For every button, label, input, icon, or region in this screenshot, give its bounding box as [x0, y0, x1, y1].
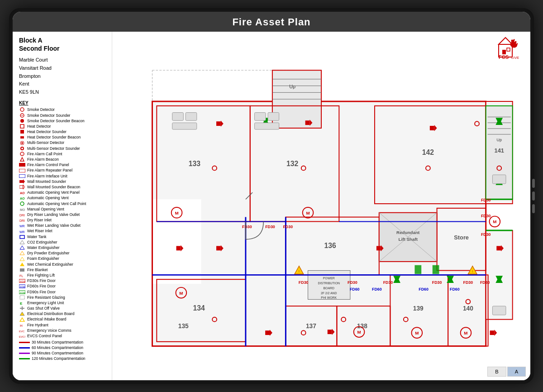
key-heat: Heat Detector [19, 124, 107, 129]
svg-text:FD30: FD30 [481, 198, 491, 202]
tab-b[interactable]: B [487, 367, 506, 377]
svg-rect-199 [433, 265, 439, 274]
svg-text:134: 134 [193, 304, 205, 312]
svg-marker-20 [23, 185, 25, 189]
dry-inlet-icon: DRI [19, 218, 25, 222]
tab-a[interactable]: A [507, 367, 526, 377]
svg-text:DISTRIBUTION: DISTRIBUTION [318, 282, 340, 285]
svg-text:!: ! [472, 269, 473, 273]
wall-beacon-icon [19, 185, 25, 189]
tab-area: B A [487, 367, 526, 377]
svg-rect-194 [268, 113, 279, 121]
key-title: KEY [19, 100, 107, 105]
key-smoke-sounder: Smoke Detector Sounder [19, 113, 107, 118]
svg-text:FD60: FD60 [20, 286, 25, 288]
evcs-icon: EVCS [19, 334, 25, 338]
svg-text:FD30: FD30 [432, 280, 442, 285]
svg-rect-14 [19, 163, 25, 167]
page-title: Fire Asset Plan [232, 16, 310, 28]
svg-text:FD60: FD60 [419, 287, 429, 292]
svg-text:Store: Store [454, 234, 469, 241]
address: Marble Court Vansitart Road Brompton Ken… [19, 56, 107, 96]
fight-lift-icon: FL [19, 273, 25, 277]
fd30-icon: FD30 [19, 278, 25, 283]
aov-panel-icon: AOV [19, 190, 25, 195]
key-evcs: EVCS EVCS Control Panel [19, 334, 107, 338]
comp-30-line [19, 342, 30, 343]
svg-text:E: E [20, 301, 23, 305]
svg-rect-162 [265, 330, 270, 335]
svg-text:M: M [306, 210, 310, 215]
key-fight-lift: FL Fire Fighting Lift [19, 273, 107, 277]
wet-inlet-icon: WRI [19, 229, 25, 234]
key-repeater: Fire Alarm Repeater Panel [19, 168, 107, 172]
mov-icon: MOV [19, 207, 25, 211]
alarm-beacon-icon [19, 157, 25, 162]
svg-text:2F 2/2 AND: 2F 2/2 AND [321, 292, 337, 295]
key-wet-chem: Wet Chemical Extinguisher [19, 262, 107, 267]
svg-text:FD30: FD30 [20, 280, 25, 283]
svg-marker-13 [20, 158, 24, 161]
svg-text:Up: Up [497, 138, 502, 142]
key-wall-sounder: Wall Mounted Sounder [19, 179, 107, 184]
key-water-tank: Water Tank [19, 234, 107, 239]
side-dot-1 [532, 179, 535, 188]
co2-icon [19, 240, 25, 244]
key-wall-beacon: Wall Mounted Sounder Beacon [19, 185, 107, 189]
hydrant-icon: H [19, 323, 25, 327]
multi-icon [19, 141, 25, 145]
aov-icon: AOV [19, 196, 25, 200]
key-elec-dist: Electrical Distribution Board [19, 311, 107, 316]
key-fd30: FD30 FD30s Fire Door [19, 278, 107, 283]
key-fd90: FD90 FD90s Fire Door [19, 290, 107, 294]
svg-text:!: ! [299, 269, 300, 273]
key-fire-glass: Fire Resistant Glazing [19, 295, 107, 300]
svg-text:FD30: FD30 [283, 225, 293, 229]
svg-rect-158 [305, 120, 310, 125]
svg-rect-166 [490, 330, 495, 335]
key-hydrant: H Fire Hydrant [19, 323, 107, 327]
svg-marker-48 [20, 318, 24, 321]
fd90-icon: FD90 [19, 290, 25, 294]
svg-text:BOARD: BOARD [323, 287, 334, 290]
key-gas: Gas Shut Off Valve [19, 306, 107, 311]
floor-plan-svg: Up 133 132 142 [112, 32, 530, 380]
svg-text:FD60: FD60 [450, 287, 460, 292]
svg-marker-175 [181, 245, 183, 252]
key-beacon: Fire Alarm Beacon [19, 157, 107, 162]
heat-beacon-icon [19, 135, 25, 139]
key-fd60: FD60 FD60s Fire Door [19, 284, 107, 288]
svg-text:M: M [415, 330, 419, 335]
svg-text:FD30: FD30 [299, 280, 309, 285]
svg-text:WRI: WRI [19, 230, 25, 234]
wall-sounder-icon [19, 179, 25, 184]
svg-rect-172 [376, 246, 381, 250]
svg-text:Redundant: Redundant [396, 230, 420, 235]
interface-icon [19, 174, 25, 178]
svg-text:M: M [179, 291, 183, 296]
svg-rect-170 [496, 246, 501, 250]
key-evc: EVC Emergency Voice Comms [19, 328, 107, 333]
svg-text:139: 139 [413, 305, 424, 312]
svg-rect-160 [216, 246, 221, 250]
key-elu: E Emergency Light Unit [19, 301, 107, 305]
svg-rect-198 [414, 265, 421, 274]
svg-marker-34 [20, 263, 24, 266]
svg-text:!: ! [22, 153, 23, 156]
control-panel-icon [19, 163, 25, 167]
key-heat-sounder: Heat Detector Sounder [19, 129, 107, 134]
heat-icon [19, 124, 25, 129]
tablet-frame: Fire Asset Plan Block ASecond Floor Marb… [9, 8, 534, 384]
svg-marker-33 [20, 257, 24, 261]
svg-text:Up: Up [289, 84, 295, 89]
smoke-sounder-icon [19, 113, 25, 118]
svg-text:POWER: POWER [323, 277, 335, 280]
smoke-beacon-icon [19, 119, 25, 123]
comp-120-line [19, 358, 30, 359]
side-dot-3 [532, 204, 535, 213]
svg-text:141: 141 [495, 147, 504, 154]
svg-rect-17 [19, 180, 23, 183]
side-dot-2 [532, 191, 535, 201]
heat-sounder-icon [19, 129, 25, 134]
svg-marker-167 [494, 330, 497, 336]
